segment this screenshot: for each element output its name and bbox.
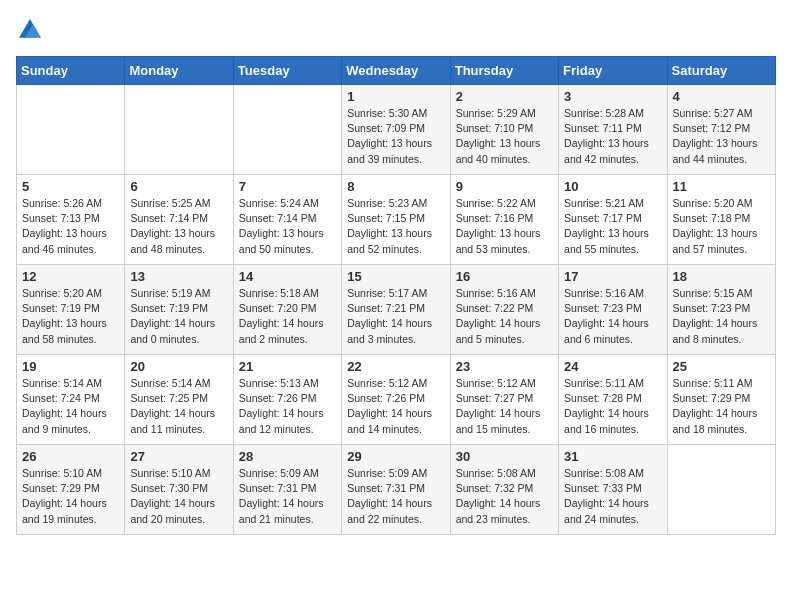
- day-detail: Sunrise: 5:21 AM Sunset: 7:17 PM Dayligh…: [564, 196, 661, 257]
- calendar-cell: 29Sunrise: 5:09 AM Sunset: 7:31 PM Dayli…: [342, 445, 450, 535]
- day-number: 10: [564, 179, 661, 194]
- day-detail: Sunrise: 5:22 AM Sunset: 7:16 PM Dayligh…: [456, 196, 553, 257]
- day-header-thursday: Thursday: [450, 57, 558, 85]
- day-number: 31: [564, 449, 661, 464]
- day-detail: Sunrise: 5:11 AM Sunset: 7:28 PM Dayligh…: [564, 376, 661, 437]
- day-number: 9: [456, 179, 553, 194]
- calendar-cell: 4Sunrise: 5:27 AM Sunset: 7:12 PM Daylig…: [667, 85, 775, 175]
- day-detail: Sunrise: 5:08 AM Sunset: 7:33 PM Dayligh…: [564, 466, 661, 527]
- day-detail: Sunrise: 5:10 AM Sunset: 7:30 PM Dayligh…: [130, 466, 227, 527]
- day-detail: Sunrise: 5:15 AM Sunset: 7:23 PM Dayligh…: [673, 286, 770, 347]
- day-detail: Sunrise: 5:26 AM Sunset: 7:13 PM Dayligh…: [22, 196, 119, 257]
- day-detail: Sunrise: 5:14 AM Sunset: 7:24 PM Dayligh…: [22, 376, 119, 437]
- day-number: 17: [564, 269, 661, 284]
- day-header-saturday: Saturday: [667, 57, 775, 85]
- calendar-cell: 15Sunrise: 5:17 AM Sunset: 7:21 PM Dayli…: [342, 265, 450, 355]
- day-detail: Sunrise: 5:24 AM Sunset: 7:14 PM Dayligh…: [239, 196, 336, 257]
- day-number: 27: [130, 449, 227, 464]
- calendar-cell: 12Sunrise: 5:20 AM Sunset: 7:19 PM Dayli…: [17, 265, 125, 355]
- day-number: 24: [564, 359, 661, 374]
- day-number: 23: [456, 359, 553, 374]
- day-number: 2: [456, 89, 553, 104]
- day-detail: Sunrise: 5:27 AM Sunset: 7:12 PM Dayligh…: [673, 106, 770, 167]
- day-number: 13: [130, 269, 227, 284]
- day-detail: Sunrise: 5:14 AM Sunset: 7:25 PM Dayligh…: [130, 376, 227, 437]
- day-detail: Sunrise: 5:20 AM Sunset: 7:18 PM Dayligh…: [673, 196, 770, 257]
- calendar-cell: 1Sunrise: 5:30 AM Sunset: 7:09 PM Daylig…: [342, 85, 450, 175]
- header-row: SundayMondayTuesdayWednesdayThursdayFrid…: [17, 57, 776, 85]
- calendar-cell: [233, 85, 341, 175]
- calendar-cell: 26Sunrise: 5:10 AM Sunset: 7:29 PM Dayli…: [17, 445, 125, 535]
- logo-icon: [16, 16, 44, 44]
- calendar-cell: 16Sunrise: 5:16 AM Sunset: 7:22 PM Dayli…: [450, 265, 558, 355]
- day-detail: Sunrise: 5:09 AM Sunset: 7:31 PM Dayligh…: [239, 466, 336, 527]
- day-number: 8: [347, 179, 444, 194]
- day-number: 15: [347, 269, 444, 284]
- day-detail: Sunrise: 5:23 AM Sunset: 7:15 PM Dayligh…: [347, 196, 444, 257]
- day-number: 16: [456, 269, 553, 284]
- calendar-cell: 13Sunrise: 5:19 AM Sunset: 7:19 PM Dayli…: [125, 265, 233, 355]
- calendar-cell: 8Sunrise: 5:23 AM Sunset: 7:15 PM Daylig…: [342, 175, 450, 265]
- calendar-cell: 17Sunrise: 5:16 AM Sunset: 7:23 PM Dayli…: [559, 265, 667, 355]
- day-header-monday: Monday: [125, 57, 233, 85]
- day-number: 4: [673, 89, 770, 104]
- calendar-cell: [125, 85, 233, 175]
- day-header-tuesday: Tuesday: [233, 57, 341, 85]
- day-header-wednesday: Wednesday: [342, 57, 450, 85]
- page-header: [16, 16, 776, 44]
- calendar-cell: 9Sunrise: 5:22 AM Sunset: 7:16 PM Daylig…: [450, 175, 558, 265]
- day-detail: Sunrise: 5:25 AM Sunset: 7:14 PM Dayligh…: [130, 196, 227, 257]
- day-header-sunday: Sunday: [17, 57, 125, 85]
- day-number: 1: [347, 89, 444, 104]
- day-number: 6: [130, 179, 227, 194]
- day-number: 21: [239, 359, 336, 374]
- day-number: 26: [22, 449, 119, 464]
- calendar-cell: 31Sunrise: 5:08 AM Sunset: 7:33 PM Dayli…: [559, 445, 667, 535]
- calendar-cell: 19Sunrise: 5:14 AM Sunset: 7:24 PM Dayli…: [17, 355, 125, 445]
- day-detail: Sunrise: 5:18 AM Sunset: 7:20 PM Dayligh…: [239, 286, 336, 347]
- calendar-cell: 10Sunrise: 5:21 AM Sunset: 7:17 PM Dayli…: [559, 175, 667, 265]
- day-number: 18: [673, 269, 770, 284]
- calendar-cell: 23Sunrise: 5:12 AM Sunset: 7:27 PM Dayli…: [450, 355, 558, 445]
- day-detail: Sunrise: 5:16 AM Sunset: 7:22 PM Dayligh…: [456, 286, 553, 347]
- calendar-table: SundayMondayTuesdayWednesdayThursdayFrid…: [16, 56, 776, 535]
- day-header-friday: Friday: [559, 57, 667, 85]
- day-detail: Sunrise: 5:11 AM Sunset: 7:29 PM Dayligh…: [673, 376, 770, 437]
- calendar-cell: 25Sunrise: 5:11 AM Sunset: 7:29 PM Dayli…: [667, 355, 775, 445]
- day-number: 22: [347, 359, 444, 374]
- day-number: 29: [347, 449, 444, 464]
- calendar-cell: 2Sunrise: 5:29 AM Sunset: 7:10 PM Daylig…: [450, 85, 558, 175]
- day-detail: Sunrise: 5:10 AM Sunset: 7:29 PM Dayligh…: [22, 466, 119, 527]
- day-detail: Sunrise: 5:20 AM Sunset: 7:19 PM Dayligh…: [22, 286, 119, 347]
- calendar-cell: 7Sunrise: 5:24 AM Sunset: 7:14 PM Daylig…: [233, 175, 341, 265]
- calendar-cell: 27Sunrise: 5:10 AM Sunset: 7:30 PM Dayli…: [125, 445, 233, 535]
- calendar-cell: [17, 85, 125, 175]
- day-detail: Sunrise: 5:16 AM Sunset: 7:23 PM Dayligh…: [564, 286, 661, 347]
- calendar-cell: 14Sunrise: 5:18 AM Sunset: 7:20 PM Dayli…: [233, 265, 341, 355]
- logo: [16, 16, 48, 44]
- day-number: 28: [239, 449, 336, 464]
- calendar-cell: 11Sunrise: 5:20 AM Sunset: 7:18 PM Dayli…: [667, 175, 775, 265]
- day-number: 30: [456, 449, 553, 464]
- day-number: 14: [239, 269, 336, 284]
- calendar-cell: 6Sunrise: 5:25 AM Sunset: 7:14 PM Daylig…: [125, 175, 233, 265]
- calendar-week-5: 26Sunrise: 5:10 AM Sunset: 7:29 PM Dayli…: [17, 445, 776, 535]
- day-number: 12: [22, 269, 119, 284]
- calendar-week-4: 19Sunrise: 5:14 AM Sunset: 7:24 PM Dayli…: [17, 355, 776, 445]
- calendar-cell: 3Sunrise: 5:28 AM Sunset: 7:11 PM Daylig…: [559, 85, 667, 175]
- calendar-week-1: 1Sunrise: 5:30 AM Sunset: 7:09 PM Daylig…: [17, 85, 776, 175]
- calendar-week-3: 12Sunrise: 5:20 AM Sunset: 7:19 PM Dayli…: [17, 265, 776, 355]
- calendar-cell: 24Sunrise: 5:11 AM Sunset: 7:28 PM Dayli…: [559, 355, 667, 445]
- day-number: 3: [564, 89, 661, 104]
- day-detail: Sunrise: 5:12 AM Sunset: 7:26 PM Dayligh…: [347, 376, 444, 437]
- day-detail: Sunrise: 5:09 AM Sunset: 7:31 PM Dayligh…: [347, 466, 444, 527]
- calendar-cell: 18Sunrise: 5:15 AM Sunset: 7:23 PM Dayli…: [667, 265, 775, 355]
- calendar-week-2: 5Sunrise: 5:26 AM Sunset: 7:13 PM Daylig…: [17, 175, 776, 265]
- day-number: 25: [673, 359, 770, 374]
- day-detail: Sunrise: 5:28 AM Sunset: 7:11 PM Dayligh…: [564, 106, 661, 167]
- calendar-cell: 5Sunrise: 5:26 AM Sunset: 7:13 PM Daylig…: [17, 175, 125, 265]
- day-number: 11: [673, 179, 770, 194]
- calendar-cell: 22Sunrise: 5:12 AM Sunset: 7:26 PM Dayli…: [342, 355, 450, 445]
- day-detail: Sunrise: 5:29 AM Sunset: 7:10 PM Dayligh…: [456, 106, 553, 167]
- calendar-cell: 20Sunrise: 5:14 AM Sunset: 7:25 PM Dayli…: [125, 355, 233, 445]
